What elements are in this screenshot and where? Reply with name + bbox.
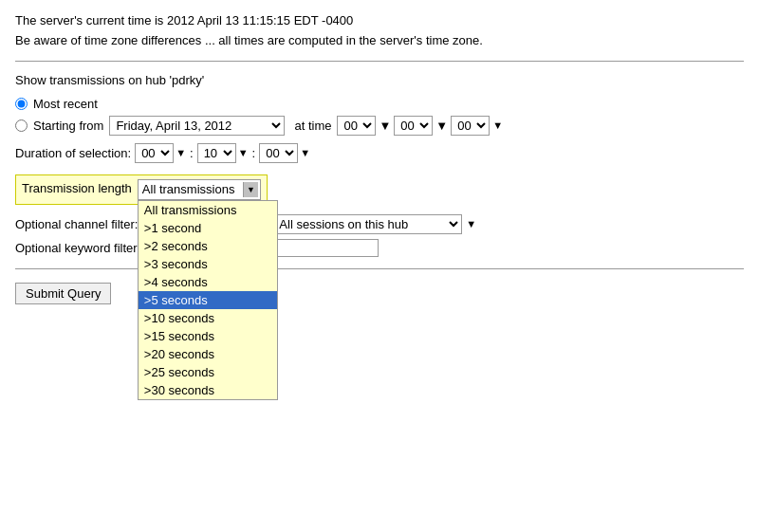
date-select[interactable]: Friday, April 13, 2012 (109, 116, 285, 136)
channel-filter-select[interactable]: All sessions on this hub (272, 214, 462, 234)
channel-filter-label: Optional channel filter: (15, 217, 138, 231)
starting-from-radio[interactable] (15, 119, 28, 132)
divider-top (15, 61, 744, 62)
starting-from-row: Starting from Friday, April 13, 2012 at … (15, 116, 744, 136)
dur-arrow3: ▼ (300, 147, 310, 158)
server-time-line1: The server's current time is 2012 April … (15, 11, 744, 31)
transmission-dropdown-arrow: ▼ (243, 182, 258, 197)
dropdown-item-10s[interactable]: >10 seconds (139, 309, 277, 327)
transmission-area: Transmission length All transmissions ▼ … (15, 174, 744, 257)
colon3: ▼ (492, 119, 503, 131)
transmission-dropdown-wrapper: All transmissions ▼ All transmissions >1… (138, 179, 261, 200)
most-recent-radio[interactable] (15, 98, 28, 110)
dur-arrow1: ▼ (176, 147, 186, 158)
duration-min-select[interactable]: 00051015 (197, 143, 236, 163)
dur-arrow2: ▼ (238, 147, 249, 158)
duration-row: Duration of selection: 000102 ▼ : 000510… (15, 143, 744, 163)
transmission-dropdown-list: All transmissions >1 second >2 seconds >… (138, 200, 278, 400)
keyword-filter-row: Optional keyword filter: (15, 239, 744, 257)
submit-row: Submit Query (15, 283, 744, 304)
dropdown-item-1s[interactable]: >1 second (139, 219, 277, 237)
channel-select-arrow: ▼ (466, 218, 476, 229)
dropdown-item-3s[interactable]: >3 seconds (139, 255, 277, 273)
radio-group: Most recent Starting from Friday, April … (15, 97, 744, 136)
transmission-selected-text: All transmissions (140, 182, 243, 196)
most-recent-row: Most recent (15, 97, 744, 111)
dropdown-item-15s[interactable]: >15 seconds (139, 327, 277, 345)
transmission-label: Transmission length (22, 179, 138, 195)
keyword-filter-label: Optional keyword filter: (15, 241, 140, 255)
duration-hour-select[interactable]: 000102 (135, 143, 174, 163)
submit-button[interactable]: Submit Query (15, 283, 111, 304)
transmission-row: Transmission length All transmissions ▼ … (15, 174, 268, 205)
dropdown-item-30s[interactable]: >30 seconds (139, 381, 277, 399)
most-recent-label[interactable]: Most recent (33, 97, 98, 111)
colon2: ▼ (435, 119, 448, 133)
dropdown-item-25s[interactable]: >25 seconds (139, 363, 277, 381)
duration-label: Duration of selection: (15, 146, 131, 160)
transmission-select-display[interactable]: All transmissions ▼ (138, 179, 261, 200)
dur-colon2: : (252, 146, 256, 160)
server-info: The server's current time is 2012 April … (15, 11, 744, 51)
time-selects: 000102 ▼ 000510 ▼ 000510 ▼ (337, 116, 503, 136)
dropdown-item-all[interactable]: All transmissions (139, 201, 277, 219)
channel-filter-row: Optional channel filter: All sessions on… (15, 214, 744, 234)
dropdown-item-5s[interactable]: >5 seconds (139, 291, 277, 309)
dropdown-item-4s[interactable]: >4 seconds (139, 273, 277, 291)
dropdown-item-2s[interactable]: >2 seconds (139, 237, 277, 255)
dropdown-item-20s[interactable]: >20 seconds (139, 345, 277, 363)
second-select[interactable]: 000510 (451, 116, 490, 136)
optional-rows: Optional channel filter: All sessions on… (15, 214, 744, 257)
dur-colon1: : (190, 146, 194, 160)
server-time-line2: Be aware of time zone differences ... al… (15, 31, 744, 51)
minute-select[interactable]: 000510 (394, 116, 433, 136)
colon1: ▼ (379, 119, 391, 133)
starting-from-label[interactable]: Starting from (33, 119, 103, 133)
duration-sec-select[interactable]: 000510 (259, 143, 298, 163)
hour-select[interactable]: 000102 (337, 116, 376, 136)
divider-bottom (15, 268, 744, 269)
at-time-label: at time (294, 119, 331, 133)
hub-title: Show transmissions on hub 'pdrky' (15, 73, 744, 87)
